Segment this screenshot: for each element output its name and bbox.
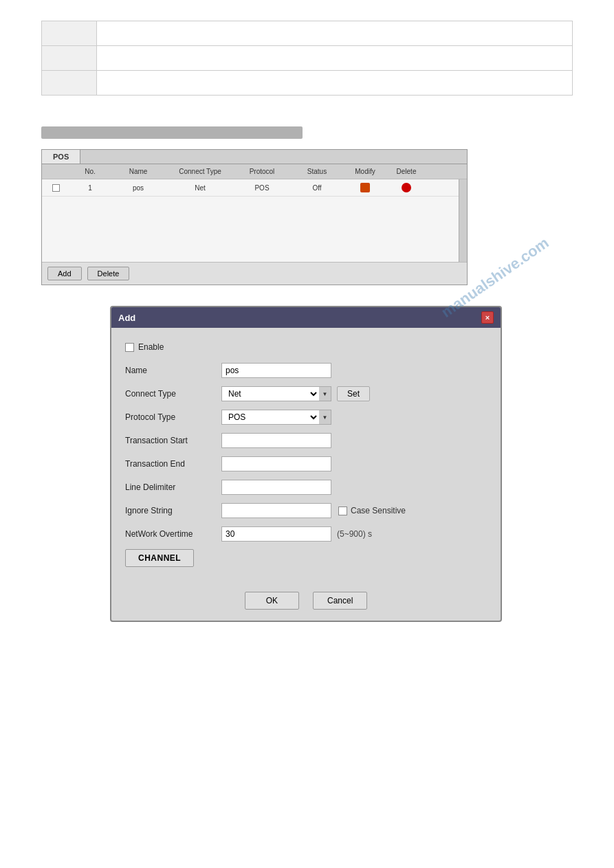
add-button[interactable]: Add [47,267,82,280]
row2-value [97,46,573,71]
col-name: Name [111,166,166,177]
transaction-start-row: Transaction Start [125,432,487,449]
row3-label [42,71,97,96]
set-button[interactable]: Set [337,386,370,401]
description-section [0,109,614,126]
row-checkbox-cell [42,183,69,193]
line-delimiter-row: Line Delimiter [125,479,487,496]
ignore-string-input[interactable] [221,503,331,518]
top-table [41,21,573,96]
name-label: Name [125,366,221,375]
network-overtime-label: NetWork Overtime [125,529,221,539]
table-row: 1 pos Net POS Off [42,179,467,197]
protocol-type-dropdown-arrow[interactable]: ▼ [319,410,331,425]
col-connect-type: Connect Type [166,166,234,177]
protocol-type-row: Protocol Type POS ATM ▼ [125,409,487,425]
col-protocol: Protocol [234,166,289,177]
ignore-string-label: Ignore String [125,506,221,515]
network-overtime-input[interactable] [221,526,331,542]
col-check [42,166,69,177]
transaction-start-input[interactable] [221,433,331,448]
protocol-type-label: Protocol Type [125,412,221,422]
channel-row: CHANNEL [125,549,487,567]
network-overtime-row: NetWork Overtime (5~900) s [125,526,487,542]
enable-row: Enable [125,339,487,355]
transaction-start-label: Transaction Start [125,436,221,445]
transaction-end-input[interactable] [221,456,331,471]
case-sensitive-label: Case Sensitive [351,506,406,515]
connect-type-dropdown-arrow[interactable]: ▼ [319,386,331,401]
transaction-end-label: Transaction End [125,459,221,469]
gray-bar [41,126,303,139]
connect-type-row: Connect Type Net Serial ▼ Set [125,386,487,402]
dialog-title: Add [118,313,135,323]
row1-value [97,21,573,46]
delete-icon[interactable] [402,183,411,192]
cancel-button[interactable]: Cancel [313,592,367,610]
protocol-type-select-wrapper: POS ATM ▼ [221,410,331,425]
pos-tab-bar: POS [42,150,467,164]
delete-button[interactable]: Delete [87,267,130,280]
pos-footer: Add Delete [42,262,467,285]
enable-checkbox[interactable] [125,343,134,352]
connect-type-label: Connect Type [125,389,221,399]
row1-label [42,21,97,46]
case-sensitive-checkbox[interactable] [338,507,347,515]
transaction-end-row: Transaction End [125,456,487,472]
pos-table-body: 1 pos Net POS Off [42,179,467,262]
pos-scrollbar[interactable] [459,179,467,262]
col-modify: Modify [344,166,386,177]
col-no: No. [69,166,111,177]
row2-label [42,46,97,71]
network-overtime-hint: (5~900) s [337,529,372,539]
row-protocol: POS [234,183,289,193]
top-table-section [0,0,614,109]
dialog-body: Enable Name Connect Type Net Serial ▼ Se… [111,328,501,585]
row3-value [97,71,573,96]
dialog-close-button[interactable]: × [481,311,494,324]
dialog-titlebar: Add × [111,307,501,328]
pos-tab[interactable]: POS [42,150,80,164]
add-dialog-section: Add × Enable Name Connect Type Net [0,299,614,643]
row-name: pos [111,183,166,193]
row-delete-icon-cell [386,181,427,194]
row-connect-type: Net [166,183,234,193]
ignore-string-row: Ignore String Case Sensitive [125,502,487,519]
col-delete: Delete [386,166,427,177]
add-dialog: Add × Enable Name Connect Type Net [110,306,502,622]
col-status: Status [289,166,344,177]
row-no: 1 [69,183,111,193]
name-row: Name [125,362,487,379]
connect-type-select-wrapper: Net Serial ▼ [221,386,331,401]
pos-table-header: No. Name Connect Type Protocol Status Mo… [42,164,467,179]
connect-type-select[interactable]: Net Serial [221,386,319,401]
edit-icon[interactable] [360,183,370,192]
row-checkbox[interactable] [52,184,60,192]
pos-panel: POS No. Name Connect Type Protocol Statu… [41,149,468,285]
dialog-footer: OK Cancel [111,585,501,621]
row-modify-icon-cell [344,181,386,194]
case-sensitive-group: Case Sensitive [338,506,406,515]
channel-button[interactable]: CHANNEL [125,549,194,567]
enable-label: Enable [138,342,164,352]
ok-button[interactable]: OK [245,592,299,610]
row-status: Off [289,183,344,193]
protocol-type-select[interactable]: POS ATM [221,410,319,425]
line-delimiter-label: Line Delimiter [125,482,221,492]
line-delimiter-input[interactable] [221,480,331,495]
pos-panel-section: POS No. Name Connect Type Protocol Statu… [0,149,614,299]
name-input[interactable] [221,363,331,378]
